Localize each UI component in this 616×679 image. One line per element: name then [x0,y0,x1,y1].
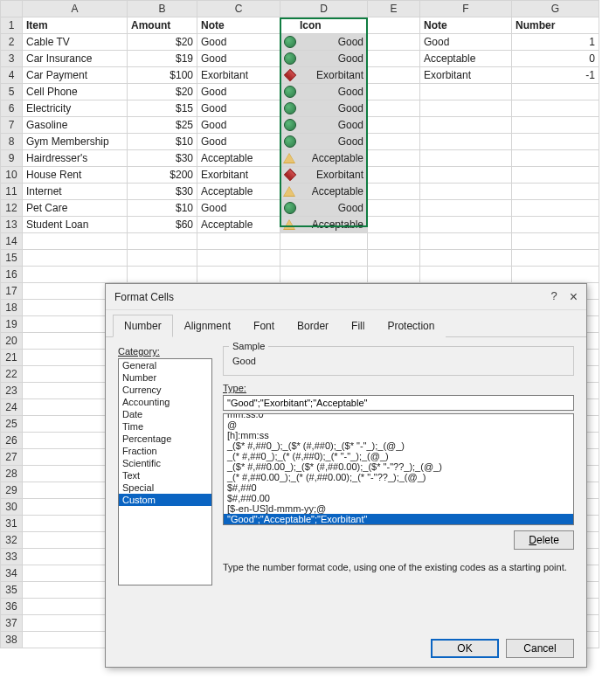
cell[interactable] [420,250,512,267]
row-header[interactable]: 23 [1,383,23,399]
select-all-corner[interactable] [1,1,23,17]
category-item[interactable]: Text [119,469,211,482]
category-item[interactable]: Scientific [119,457,211,469]
cell[interactable]: $15 [128,100,197,117]
cell[interactable]: Pet Care [23,200,128,217]
cell[interactable] [420,267,512,283]
row-header[interactable]: 29 [1,482,23,499]
cell[interactable]: Icon [280,17,368,34]
cell[interactable]: $20 [128,34,197,51]
row-header[interactable]: 18 [1,300,23,316]
cell[interactable] [368,250,420,267]
cell[interactable]: Note [197,17,280,34]
col-header[interactable]: E [368,1,420,17]
cell[interactable] [512,267,599,283]
tab-fill[interactable]: Fill [340,315,376,337]
category-item[interactable]: Custom [119,494,211,506]
cell[interactable] [368,51,420,67]
cell[interactable]: Exorbitant [197,167,280,184]
row-header[interactable]: 32 [1,532,23,549]
cell[interactable] [512,117,599,134]
cell[interactable]: $25 [128,117,197,134]
format-code-item[interactable]: mm:ss.0 [224,413,573,419]
row-header[interactable]: 3 [1,51,23,67]
category-item[interactable]: Fraction [119,445,211,457]
cell[interactable] [512,200,599,217]
cell[interactable]: Cable TV [23,34,128,51]
cell[interactable]: $20 [128,84,197,100]
cell[interactable]: Good [197,100,280,117]
close-icon[interactable]: × [570,289,578,305]
cell[interactable]: Exorbitant [280,167,368,184]
cell[interactable] [420,150,512,167]
row-header[interactable]: 21 [1,350,23,366]
cell[interactable] [23,233,128,250]
row-header[interactable]: 30 [1,499,23,516]
cell[interactable]: $60 [128,217,197,233]
cell[interactable]: Exorbitant [280,67,368,84]
row-header[interactable]: 38 [1,632,23,648]
category-item[interactable]: Time [119,420,211,433]
row-header[interactable]: 7 [1,117,23,134]
dialog-titlebar[interactable]: Format Cells ? × [106,284,586,310]
format-code-item[interactable]: [h]:mm:ss [224,430,573,440]
cell[interactable]: Good [280,51,368,67]
tab-border[interactable]: Border [286,315,340,337]
cell[interactable] [368,100,420,117]
cell[interactable] [368,217,420,233]
cell[interactable] [368,267,420,283]
cell[interactable]: Cell Phone [23,84,128,100]
cell[interactable] [420,134,512,150]
category-item[interactable]: Special [119,482,211,494]
cell[interactable]: Good [280,117,368,134]
cell[interactable]: $10 [128,200,197,217]
cell[interactable]: Exorbitant [197,67,280,84]
col-header[interactable]: A [23,1,128,17]
row-header[interactable]: 24 [1,399,23,416]
cell[interactable] [368,117,420,134]
format-code-item[interactable]: "Good";"Acceptable";"Exorbitant" [224,514,573,524]
row-header[interactable]: 13 [1,217,23,233]
cell[interactable]: Good [197,84,280,100]
cell[interactable]: Good [197,34,280,51]
cell[interactable]: $19 [128,51,197,67]
cell[interactable]: 1 [512,34,599,51]
cell[interactable] [128,267,197,283]
cell[interactable] [368,134,420,150]
cell[interactable]: Acceptable [420,51,512,67]
cell[interactable] [368,150,420,167]
cell[interactable]: Good [280,134,368,150]
format-code-list[interactable]: mm:ssmm:ss.0@[h]:mm:ss_($* #,##0_);_($* … [223,413,574,525]
row-header[interactable]: 16 [1,267,23,283]
row-header[interactable]: 5 [1,84,23,100]
category-item[interactable]: Accounting [119,396,211,408]
cell[interactable]: House Rent [23,167,128,184]
row-header[interactable]: 28 [1,466,23,482]
row-header[interactable]: 20 [1,333,23,350]
cell[interactable]: Electricity [23,100,128,117]
col-header[interactable]: D [280,1,368,17]
cell[interactable]: $200 [128,167,197,184]
row-header[interactable]: 25 [1,416,23,433]
tab-number[interactable]: Number [113,315,173,337]
format-code-item[interactable]: $#,##0 [224,482,573,493]
category-list[interactable]: GeneralNumberCurrencyAccountingDateTimeP… [118,358,212,585]
row-header[interactable]: 31 [1,516,23,532]
col-header[interactable]: F [420,1,512,17]
col-header[interactable]: C [197,1,280,17]
category-item[interactable]: Currency [119,384,211,396]
cell[interactable]: Gym Membership [23,134,128,150]
cancel-button[interactable]: Cancel [506,639,574,658]
cell[interactable] [512,184,599,200]
cell[interactable] [280,267,368,283]
cell[interactable] [420,217,512,233]
cell[interactable] [368,184,420,200]
format-code-item[interactable]: _(* #,##0.00_);_(* (#,##0.00);_(* "-"??_… [224,472,573,482]
cell[interactable] [420,117,512,134]
delete-button[interactable]: DDeleteelete [514,530,574,550]
cell[interactable]: Student Loan [23,217,128,233]
cell[interactable]: Good [280,200,368,217]
cell[interactable]: Number [512,17,599,34]
tab-font[interactable]: Font [242,315,286,337]
cell[interactable] [23,250,128,267]
